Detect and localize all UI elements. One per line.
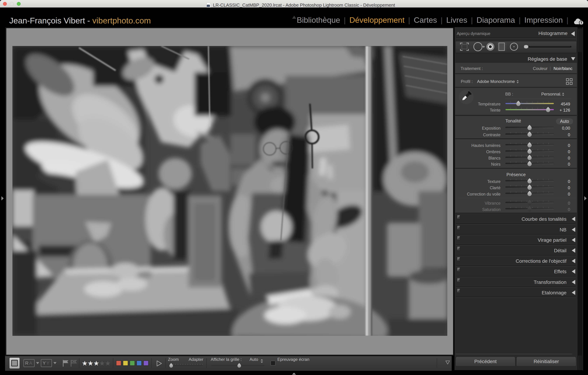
svg-text:Lrc: Lrc — [207, 5, 210, 7]
